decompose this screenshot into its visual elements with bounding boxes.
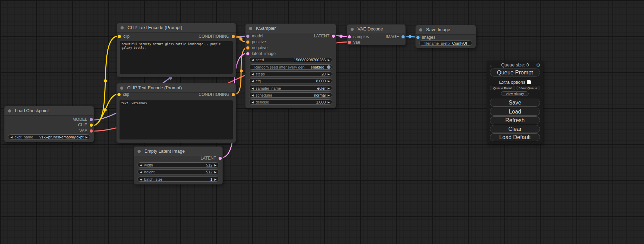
output-dot-model[interactable]: [90, 118, 93, 121]
link-midpoint-dot[interactable]: [339, 35, 343, 38]
node-title-bar[interactable]: Empty Latent Image: [134, 147, 222, 156]
input-slot-latent-image[interactable]: latent_image: [246, 51, 276, 56]
increment-arrow-icon[interactable]: ▶: [214, 163, 217, 168]
output-slot-clip[interactable]: CLIP: [78, 122, 93, 128]
increment-arrow-icon[interactable]: ▶: [328, 100, 330, 105]
prompt-textarea[interactable]: text, watermark: [120, 100, 233, 139]
output-dot-latent[interactable]: [219, 157, 222, 160]
link-midpoint-dot[interactable]: [240, 70, 243, 73]
input-dot-positive[interactable]: [246, 40, 249, 44]
output-slot-conditioning[interactable]: CONDITIONING: [199, 34, 235, 39]
decrement-arrow-icon[interactable]: ◀: [252, 79, 254, 84]
view-queue-button[interactable]: View Queue: [517, 86, 540, 90]
decrement-arrow-icon[interactable]: ◀: [140, 177, 142, 182]
widget-height[interactable]: ◀ height 512 ▶: [138, 169, 219, 174]
settings-gear-icon[interactable]: ⚙: [536, 62, 540, 68]
comfyui-canvas[interactable]: Load Checkpoint MODEL CLIP VAE ◀ ckpt_na…: [0, 0, 644, 244]
input-slot-clip[interactable]: clip: [117, 92, 129, 97]
link-midpoint-dot[interactable]: [104, 108, 107, 111]
input-dot-latent-image[interactable]: [246, 52, 249, 55]
queue-front-button[interactable]: Queue Front: [490, 86, 515, 90]
node-save-image[interactable]: Save Image images filename_prefix ComfyU…: [415, 25, 476, 48]
node-load-checkpoint[interactable]: Load Checkpoint MODEL CLIP VAE ◀ ckpt_na…: [4, 106, 94, 142]
output-dot-conditioning[interactable]: [232, 93, 235, 96]
save-button[interactable]: Save: [490, 99, 540, 107]
increment-arrow-icon[interactable]: ▶: [328, 72, 330, 77]
increment-arrow-icon[interactable]: ▶: [328, 79, 330, 84]
decrement-arrow-icon[interactable]: ◀: [140, 170, 142, 175]
increment-arrow-icon[interactable]: ▶: [328, 93, 330, 98]
decrement-arrow-icon[interactable]: ◀: [140, 163, 142, 168]
output-slot-latent[interactable]: LATENT: [201, 155, 222, 161]
output-dot-image[interactable]: [402, 35, 405, 38]
queue-prompt-button[interactable]: Queue Prompt: [490, 69, 540, 76]
input-dot-clip[interactable]: [118, 35, 121, 38]
output-dot-conditioning[interactable]: [232, 35, 235, 38]
increment-arrow-icon[interactable]: ▶: [86, 135, 88, 140]
link-midpoint-dot[interactable]: [239, 37, 242, 40]
input-dot-clip[interactable]: [117, 93, 121, 96]
refresh-button[interactable]: Refresh: [490, 116, 540, 124]
widget-batch-size[interactable]: ◀ batch_size 1 ▶: [138, 177, 219, 182]
decrement-arrow-icon[interactable]: ◀: [10, 135, 12, 140]
decrement-arrow-icon[interactable]: ◀: [252, 100, 254, 105]
widget-denoise[interactable]: ◀ denoise 1.000 ▶: [249, 99, 332, 105]
widget-steps[interactable]: ◀ steps 20 ▶: [249, 71, 332, 76]
collapse-dot-icon[interactable]: [121, 26, 124, 29]
decrement-arrow-icon[interactable]: ◀: [252, 93, 254, 98]
decrement-arrow-icon[interactable]: ◀: [252, 72, 254, 77]
output-slot-conditioning[interactable]: CONDITIONING: [199, 92, 235, 97]
toggle-knob-icon[interactable]: [327, 65, 330, 69]
node-clip-text-encode-positive[interactable]: CLIP Text Encode (Prompt) clip CONDITION…: [117, 23, 236, 77]
collapse-dot-icon[interactable]: [419, 28, 422, 31]
increment-arrow-icon[interactable]: ▶: [328, 57, 330, 63]
output-dot-latent[interactable]: [332, 35, 335, 38]
output-dot-clip[interactable]: [90, 124, 93, 127]
node-title-bar[interactable]: CLIP Text Encode (Prompt): [117, 83, 236, 93]
clear-button[interactable]: Clear: [490, 125, 540, 133]
load-button[interactable]: Load: [490, 108, 540, 116]
input-dot-vae[interactable]: [348, 41, 351, 44]
input-dot-images[interactable]: [416, 36, 420, 39]
node-clip-text-encode-negative[interactable]: CLIP Text Encode (Prompt) clip CONDITION…: [116, 83, 236, 143]
increment-arrow-icon[interactable]: ▶: [328, 86, 330, 91]
widget-filename-prefix[interactable]: filename_prefix ComfyUI: [419, 40, 472, 46]
output-slot-latent[interactable]: LATENT: [314, 33, 335, 39]
input-slot-clip[interactable]: clip: [118, 34, 130, 39]
collapse-dot-icon[interactable]: [249, 27, 252, 30]
output-slot-image[interactable]: IMAGE: [386, 34, 405, 39]
input-dot-model[interactable]: [246, 35, 249, 38]
input-slot-model[interactable]: model: [246, 33, 263, 39]
input-slot-positive[interactable]: positive: [246, 39, 266, 45]
load-default-button[interactable]: Load Default: [490, 133, 540, 141]
input-slot-images[interactable]: images: [416, 35, 435, 40]
node-title-bar[interactable]: KSampler: [246, 24, 336, 33]
link-midpoint-dot[interactable]: [104, 79, 107, 82]
decrement-arrow-icon[interactable]: ◀: [252, 86, 254, 91]
output-dot-vae[interactable]: [90, 129, 93, 133]
prompt-textarea[interactable]: beautiful scenery nature glass bottle la…: [120, 41, 233, 74]
collapse-dot-icon[interactable]: [351, 28, 354, 31]
node-title-bar[interactable]: VAE Decode: [347, 25, 405, 34]
link-midpoint-dot[interactable]: [408, 35, 412, 38]
input-slot-vae[interactable]: vae: [348, 39, 360, 45]
widget-seed[interactable]: ◀ seed 156680208700286 ▶: [249, 57, 332, 62]
input-dot-samples[interactable]: [348, 35, 351, 38]
widget-sampler-name[interactable]: ◀ sampler_name euler ▶: [249, 85, 332, 91]
increment-arrow-icon[interactable]: ▶: [214, 177, 217, 182]
collapse-dot-icon[interactable]: [120, 87, 123, 90]
node-ksampler[interactable]: KSampler model positive negative latent_…: [245, 24, 336, 108]
input-slot-samples[interactable]: samples: [348, 34, 369, 39]
widget-width[interactable]: ◀ width 512 ▶: [138, 162, 219, 168]
output-slot-model[interactable]: MODEL: [72, 117, 93, 122]
decrement-arrow-icon[interactable]: ◀: [252, 57, 254, 63]
node-title-bar[interactable]: Save Image: [416, 25, 476, 35]
widget-ckpt-name[interactable]: ◀ ckpt_name v1-5-pruned-emaonly.ckpt ▶: [8, 134, 90, 139]
node-vae-decode[interactable]: VAE Decode samples vae IMAGE: [347, 24, 406, 45]
widget-cfg[interactable]: ◀ cfg 8.000 ▶: [249, 78, 332, 83]
view-history-button[interactable]: View History: [501, 91, 529, 96]
input-slot-negative[interactable]: negative: [246, 45, 267, 51]
node-title-bar[interactable]: Load Checkpoint: [5, 106, 94, 116]
input-dot-negative[interactable]: [246, 46, 249, 49]
node-title-bar[interactable]: CLIP Text Encode (Prompt): [117, 23, 236, 33]
